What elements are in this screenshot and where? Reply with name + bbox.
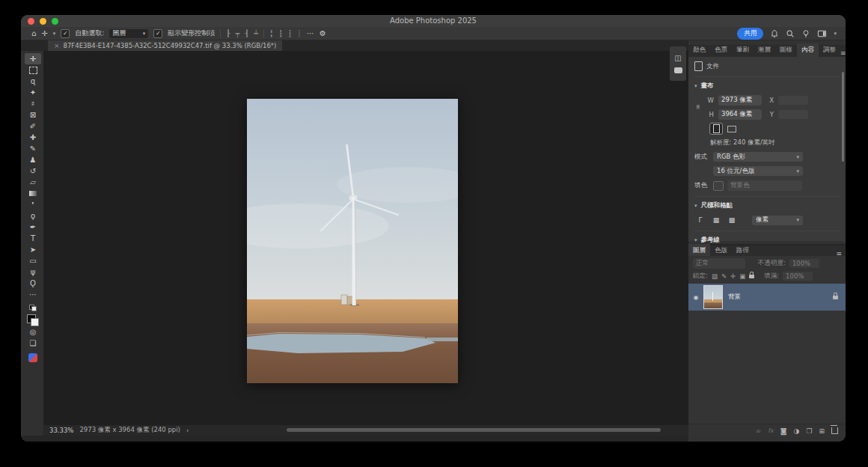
chevron-down-icon[interactable]: ▾ [53, 31, 56, 37]
panel-menu-icon[interactable]: ≡ [840, 49, 846, 57]
layer-fill-field[interactable]: 100% [783, 272, 813, 281]
eraser-tool[interactable]: ▱ [25, 177, 41, 188]
align-bottom-edges-icon[interactable]: ┷ [254, 30, 258, 37]
lock-artboard-icon[interactable]: ▣ [739, 272, 745, 280]
auto-select-checkbox[interactable]: ✓ [61, 29, 70, 38]
workspace-switcher-icon[interactable] [817, 29, 827, 38]
mode-dropdown[interactable]: RGB 色彩 ▾ [713, 152, 803, 162]
layer-name[interactable]: 背景 [728, 293, 741, 302]
frame-tool[interactable]: ⊠ [25, 109, 41, 120]
discover-lightbulb-icon[interactable] [801, 29, 810, 38]
tab-properties[interactable]: 內容 [797, 43, 819, 57]
zoom-tool[interactable]: Ǫ [25, 278, 41, 289]
screen-mode-button[interactable]: ❏ [25, 338, 41, 349]
home-icon[interactable]: ⌂ [31, 30, 36, 37]
height-field[interactable]: 3964 像素 [718, 109, 762, 120]
grid-icon[interactable]: ▦ [710, 215, 722, 225]
type-tool[interactable]: T [25, 233, 41, 244]
canvas-section-header[interactable]: ▾ 畫布 [694, 76, 840, 91]
path-selection-tool[interactable]: ➤ [25, 244, 41, 255]
layer-visibility-eye-icon[interactable]: ◉ [688, 294, 703, 301]
crop-tool[interactable]: ♯ [25, 98, 41, 109]
zoom-level-field[interactable]: 33.33% [49, 427, 73, 434]
tab-patterns[interactable]: 圖樣 [775, 43, 797, 57]
layer-effects-icon[interactable]: fx [768, 427, 774, 434]
more-options-icon[interactable]: ⋯ [307, 30, 314, 37]
tab-gradients[interactable]: 漸層 [754, 43, 775, 57]
add-layer-mask-icon[interactable]: ◙ [780, 427, 787, 435]
align-right-edges-icon[interactable]: ┨ [245, 30, 248, 37]
status-chevron-icon[interactable]: › [186, 427, 189, 434]
show-transform-checkbox[interactable]: ✓ [153, 29, 162, 38]
bit-depth-dropdown[interactable]: 16 位元/色版 ▾ [713, 166, 803, 176]
default-colors-icon[interactable] [29, 305, 37, 311]
rectangular-marquee-tool[interactable] [25, 64, 41, 76]
hand-tool[interactable]: ψ [25, 266, 41, 278]
auto-select-dropdown[interactable]: 圖層 ▾ [109, 29, 148, 38]
workspace-gear-icon[interactable]: ⚙ [320, 30, 326, 37]
fill-color-swatch[interactable] [713, 181, 724, 191]
move-tool-options-icon[interactable]: ✛ [41, 30, 47, 37]
object-selection-tool[interactable]: ✦ [25, 87, 41, 98]
spot-healing-brush-tool[interactable]: ✚ [25, 132, 41, 143]
tab-adjustments[interactable]: 調整 [819, 43, 840, 57]
rectangle-tool[interactable]: ▭ [25, 255, 41, 266]
width-field[interactable]: 2973 像素 [718, 95, 762, 106]
ruler-icon[interactable]: Γ [694, 215, 706, 225]
brush-tool[interactable]: ✎ [25, 143, 41, 154]
landscape-orientation-button[interactable] [726, 123, 738, 134]
blend-mode-dropdown[interactable]: 正常 [693, 258, 745, 269]
align-left-edges-icon[interactable]: ┠ [226, 30, 230, 37]
new-layer-icon[interactable]: ⊞ [819, 427, 825, 435]
history-panel-icon[interactable]: ◫ [674, 55, 681, 62]
guides-section-header[interactable]: ▾ 參考線 [694, 231, 840, 245]
document-tab[interactable]: × 87F4E3B4-E147-4385-A32C-512C49932C47.t… [48, 40, 282, 51]
align-horizontal-centers-icon[interactable]: ┯ [236, 30, 239, 37]
distribute-spacing-icon[interactable]: ┊ [297, 30, 301, 37]
pixel-grid-icon[interactable]: ▩ [726, 215, 738, 225]
properties-scrollbar[interactable] [842, 72, 844, 162]
distribute-right-icon[interactable]: ┋ [288, 30, 292, 37]
rulers-grids-section-header[interactable]: ▾ 尺標和格點 [694, 196, 840, 210]
tab-color[interactable]: 顏色 [688, 43, 710, 57]
search-icon[interactable] [786, 29, 795, 38]
new-group-icon[interactable]: ❐ [806, 427, 812, 435]
gradient-tool[interactable] [25, 188, 41, 199]
move-tool[interactable]: ✛ [25, 53, 41, 64]
notifications-bell-icon[interactable] [770, 29, 779, 38]
foreground-background-color-swatches[interactable] [27, 314, 39, 326]
layer-row-background[interactable]: ◉ 背景 [688, 284, 846, 311]
edit-toolbar-icon[interactable]: ⋯ [25, 289, 41, 300]
distribute-left-icon[interactable]: ╏ [269, 30, 273, 37]
canvas-area[interactable] [43, 51, 688, 425]
adjustment-layer-icon[interactable]: ◑ [794, 427, 800, 435]
opacity-field[interactable]: 100% [789, 259, 819, 268]
lock-all-icon[interactable] [749, 275, 754, 278]
chevron-down-icon[interactable]: ▾ [834, 31, 837, 37]
blur-tool[interactable]: ❜ [25, 199, 41, 210]
colorful-badge-icon[interactable] [28, 353, 37, 362]
quick-mask-mode-button[interactable]: ◎ [25, 326, 41, 338]
clone-stamp-tool[interactable]: ♟ [25, 154, 41, 165]
portrait-orientation-button[interactable] [710, 123, 722, 134]
tab-swatches[interactable]: 色票 [710, 43, 732, 57]
share-button[interactable]: 共用 [737, 28, 763, 40]
delete-layer-icon[interactable] [831, 427, 838, 434]
lasso-tool[interactable]: ɋ [25, 76, 41, 87]
distribute-center-icon[interactable]: ┇ [278, 30, 282, 37]
pen-tool[interactable]: ✒ [25, 222, 41, 233]
horizontal-scrollbar[interactable] [287, 428, 661, 432]
tab-brushes[interactable]: 筆刷 [732, 43, 754, 57]
tab-close-icon[interactable]: × [54, 42, 60, 49]
lock-position-icon[interactable]: ✛ [730, 272, 736, 280]
layer-lock-icon[interactable] [833, 296, 838, 299]
lock-transparent-pixels-icon[interactable]: ▨ [712, 272, 718, 280]
dodge-tool[interactable]: ϙ [25, 210, 41, 222]
link-layers-icon[interactable]: ∞ [756, 427, 762, 435]
link-dimensions-icon[interactable]: ∞ [694, 104, 702, 112]
background-color-swatch[interactable] [31, 318, 39, 326]
lock-image-pixels-icon[interactable]: ✎ [721, 272, 727, 280]
layer-thumbnail[interactable] [703, 285, 723, 309]
units-dropdown[interactable]: 像素 ▾ [752, 216, 803, 225]
document-image[interactable] [247, 99, 458, 386]
